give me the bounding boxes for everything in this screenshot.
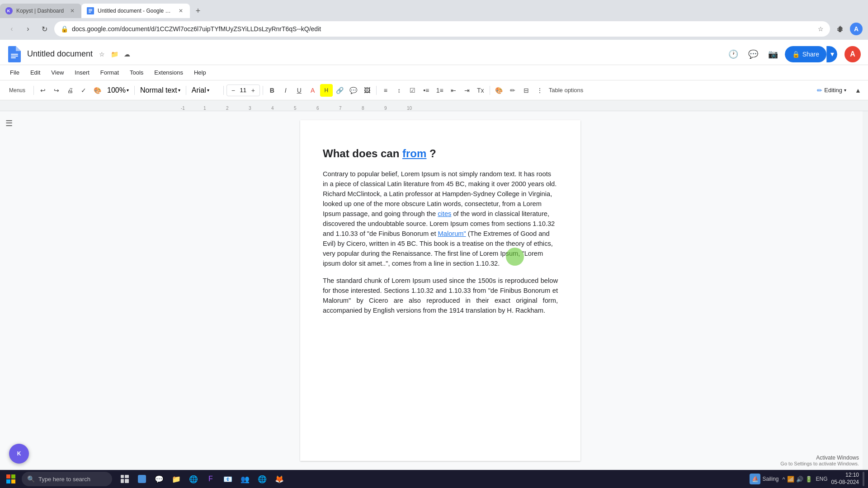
forward-button[interactable]: › — [22, 23, 34, 35]
spellcheck-button[interactable]: ✓ — [77, 84, 90, 97]
options-button[interactable]: ⋮ — [533, 84, 546, 97]
chevron-icon[interactable]: ^ — [782, 476, 785, 483]
user-avatar[interactable]: A — [844, 46, 861, 62]
line-spacing-button[interactable]: ↕ — [393, 84, 406, 97]
profile-avatar[interactable]: A — [850, 23, 863, 35]
indent-decrease-button[interactable]: ⇤ — [447, 84, 460, 97]
menu-edit[interactable]: Edit — [26, 67, 45, 78]
show-desktop-button[interactable] — [863, 472, 864, 486]
image-button[interactable]: 🖼 — [361, 84, 373, 97]
kopyst-button[interactable]: K — [9, 444, 29, 464]
checklist-button[interactable]: ☑ — [406, 84, 419, 97]
doc-title[interactable]: Untitled document — [27, 49, 93, 59]
doc-area[interactable]: What does can from ? Contrary to popular… — [18, 111, 863, 470]
menu-insert[interactable]: Insert — [70, 67, 94, 78]
sailing-widget[interactable]: ⛵ Sailing — [750, 474, 778, 484]
scrollbar[interactable] — [863, 111, 868, 470]
editing-dropdown[interactable]: ✏ Editing ▾ — [813, 85, 850, 96]
italic-button[interactable]: I — [279, 84, 292, 97]
tab-kopyst[interactable]: K Kopyst | Dashboard ✕ — [0, 4, 81, 18]
clock[interactable]: 12:10 05-08-2024 — [831, 472, 859, 486]
font-size-decrease[interactable]: − — [229, 86, 238, 95]
zoom-dropdown[interactable]: 100% ▾ — [104, 85, 132, 95]
windows-start-button[interactable] — [4, 472, 18, 486]
columns-button[interactable]: ⊟ — [520, 84, 533, 97]
taskbar-search-box[interactable]: 🔍 Type here to search — [22, 472, 112, 486]
menu-view[interactable]: View — [47, 67, 68, 78]
back-button[interactable]: ‹ — [5, 23, 18, 35]
teams-button[interactable]: 👥 — [238, 472, 252, 486]
bold-button[interactable]: B — [266, 84, 278, 97]
chat-button[interactable]: 💬 — [152, 472, 166, 486]
ext-browser-button[interactable]: 🦊 — [272, 472, 287, 486]
font-size-value[interactable]: 11 — [238, 87, 249, 94]
separator-4 — [223, 86, 224, 95]
mail-button[interactable]: 📧 — [221, 472, 235, 486]
menu-file[interactable]: File — [5, 67, 24, 78]
highlight-button[interactable]: H — [320, 84, 333, 97]
color-button[interactable]: A — [307, 84, 319, 97]
undo-button[interactable]: ↩ — [37, 84, 49, 97]
new-tab-button[interactable]: + — [192, 5, 204, 17]
heading-link[interactable]: from — [402, 147, 426, 160]
highlight2-button[interactable]: ✏ — [506, 84, 519, 97]
style-dropdown[interactable]: Normal text ▾ — [137, 85, 183, 95]
taskview-button[interactable] — [118, 472, 132, 486]
font-size-increase[interactable]: + — [249, 86, 258, 95]
link-button[interactable]: 🔗 — [334, 84, 346, 97]
align-button[interactable]: ≡ — [379, 84, 392, 97]
comment-button[interactable]: 💬 — [347, 84, 360, 97]
browser-button[interactable]: 🌐 — [186, 472, 201, 486]
svg-rect-5 — [89, 12, 91, 13]
explorer-button[interactable]: 📁 — [169, 472, 184, 486]
svg-rect-16 — [125, 475, 129, 478]
paintformat-button[interactable]: 🎨 — [91, 84, 104, 97]
menu-extensions[interactable]: Extensions — [150, 67, 188, 78]
figma-button[interactable]: F — [203, 472, 218, 486]
collapse-toolbar-button[interactable]: ▲ — [852, 84, 864, 97]
wifi-icon[interactable]: 📶 — [787, 476, 794, 483]
ordered-list-button[interactable]: 1≡ — [434, 84, 446, 97]
indent-increase-button[interactable]: ⇥ — [461, 84, 473, 97]
font-dropdown[interactable]: Arial ▾ — [189, 85, 221, 95]
malorum-link[interactable]: Malorum" — [438, 230, 466, 237]
reload-button[interactable]: ↻ — [38, 23, 51, 35]
url-bar[interactable]: 🔒 docs.google.com/document/d/1CCZWl7ocz6… — [54, 21, 830, 37]
tab-kopyst-close[interactable]: ✕ — [69, 7, 76, 14]
print-button[interactable]: 🖨 — [64, 84, 76, 97]
svg-rect-13 — [6, 479, 10, 483]
volume-icon[interactable]: 🔊 — [796, 476, 803, 483]
battery-icon[interactable]: 🔋 — [805, 476, 812, 483]
widgets-button[interactable] — [135, 472, 149, 486]
folder-button[interactable]: 📁 — [109, 49, 120, 60]
bullet-list-button[interactable]: •≡ — [420, 84, 433, 97]
tab-gdocs[interactable]: Untitled document - Google D... ✕ — [81, 4, 190, 18]
history-button[interactable]: 🕐 — [725, 46, 741, 62]
star-button[interactable]: ☆ — [96, 49, 107, 60]
lang-indicator[interactable]: ENG — [816, 476, 828, 482]
sidebar-toggle-button[interactable]: ☰ — [0, 111, 18, 470]
chrome-button[interactable]: 🌐 — [255, 472, 269, 486]
clear-format-button[interactable]: Tx — [474, 84, 487, 97]
cites-link[interactable]: cites — [438, 210, 451, 217]
extensions-button[interactable] — [834, 23, 846, 35]
redo-button[interactable]: ↪ — [50, 84, 63, 97]
cloud-button[interactable]: ☁ — [122, 49, 132, 60]
color-picker-button[interactable]: 🎨 — [493, 84, 505, 97]
profile-button[interactable]: A — [850, 23, 863, 35]
meeting-button[interactable]: 📷 — [765, 46, 781, 62]
windows-activate-title: Activate Windows — [780, 455, 859, 461]
tab-gdocs-close[interactable]: ✕ — [177, 7, 184, 14]
underline-button[interactable]: U — [293, 84, 306, 97]
menu-help[interactable]: Help — [189, 67, 211, 78]
table-options-label[interactable]: Table options — [549, 87, 584, 94]
share-button[interactable]: 🔒 Share — [785, 46, 826, 62]
windows-activate-sub: Go to Settings to activate Windows. — [780, 461, 859, 466]
comments-button[interactable]: 💬 — [745, 46, 761, 62]
menus-button[interactable]: Menus — [4, 84, 31, 97]
menu-tools[interactable]: Tools — [125, 67, 148, 78]
address-bar: ‹ › ↻ 🔒 docs.google.com/document/d/1CCZW… — [0, 18, 868, 40]
bookmark-icon[interactable]: ☆ — [818, 25, 824, 33]
share-dropdown[interactable]: ▾ — [826, 46, 837, 62]
menu-format[interactable]: Format — [96, 67, 123, 78]
